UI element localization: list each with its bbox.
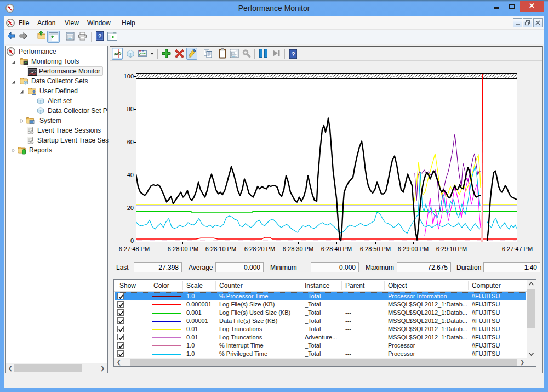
svg-text:?: ?	[98, 33, 102, 39]
svg-text:?: ?	[292, 51, 295, 58]
